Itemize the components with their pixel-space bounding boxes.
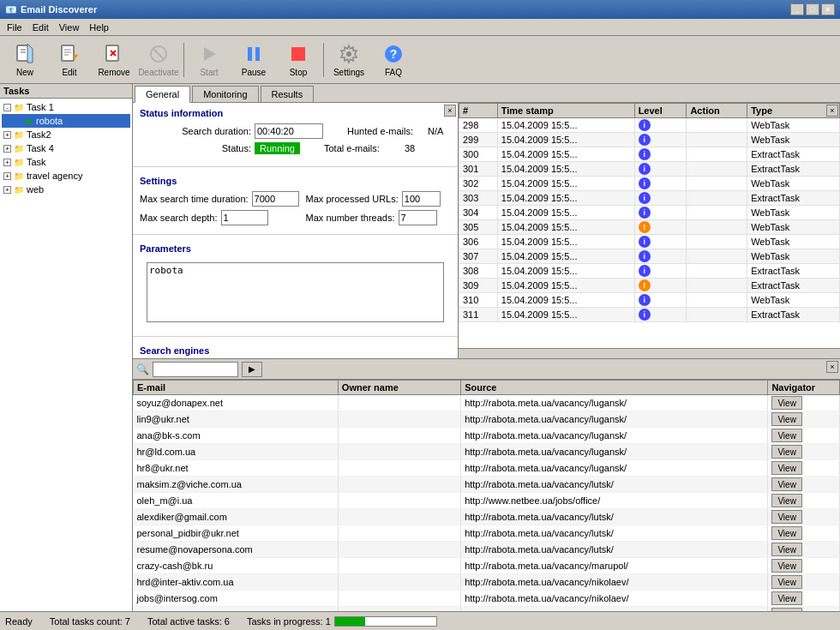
view-button[interactable]: View [771, 510, 802, 524]
app-icon: 📧 [5, 4, 17, 15]
log-cell-time: 15.04.2009 15:5... [497, 133, 634, 147]
deactivate-button[interactable]: Deactivate [137, 39, 180, 81]
status-total-tasks: Total tasks count: 7 [50, 616, 130, 627]
maximize-button[interactable]: □ [806, 3, 819, 15]
view-button[interactable]: View [771, 461, 802, 475]
title-bar-controls[interactable]: _ □ × [790, 3, 835, 15]
folder-icon-task: 📁 [13, 156, 25, 168]
start-button[interactable]: Start [188, 39, 231, 81]
log-cell-action [687, 308, 747, 322]
total-emails-label: Total e-mails: [324, 143, 401, 153]
svg-rect-14 [248, 47, 252, 61]
new-button[interactable]: New [3, 39, 46, 81]
tab-general[interactable]: General [135, 86, 190, 103]
progress-fill [335, 617, 365, 626]
faq-button[interactable]: ? FAQ [372, 39, 415, 81]
tab-results[interactable]: Results [261, 86, 315, 102]
log-hscroll[interactable] [459, 348, 840, 358]
email-panel: 🔍 ▶ × E-mail Owner name Source Navigator [133, 358, 840, 611]
settings-section-title: Settings [140, 176, 451, 186]
log-row: 301 15.04.2009 15:5... i ExtractTask [459, 162, 840, 177]
close-button[interactable]: × [821, 3, 835, 15]
log-cell-action [687, 293, 747, 308]
tab-monitoring[interactable]: Monitoring [192, 86, 258, 102]
tree-item-web[interactable]: + 📁 web [2, 183, 130, 196]
edit-icon [57, 42, 81, 66]
menu-view[interactable]: View [54, 21, 85, 34]
settings-button[interactable]: Settings [327, 39, 370, 81]
view-button[interactable]: View [771, 559, 802, 573]
tree-item-robota[interactable]: ■ robota [2, 114, 130, 128]
search-duration-input[interactable] [255, 123, 323, 139]
log-cell-time: 15.04.2009 15:5... [497, 264, 634, 279]
email-cell-email: oleh_m@i.ua [134, 493, 339, 509]
email-cell-owner [338, 493, 460, 509]
tree-item-task[interactable]: + 📁 Task [2, 155, 130, 169]
email-panel-close-button[interactable]: × [826, 361, 838, 373]
email-row: oleh_m@i.ua http://www.netbee.ua/jobs/of… [134, 493, 840, 509]
divider2 [133, 234, 458, 235]
tree-item-task4[interactable]: + 📁 Task 4 [2, 141, 130, 155]
toolbar-separator-1 [183, 43, 184, 77]
email-cell-email: hrd@inter-aktiv.com.ua [134, 574, 339, 591]
tree-item-task1[interactable]: - 📁 Task 1 [2, 100, 130, 114]
log-cell-type: ExtractTask [747, 191, 840, 206]
view-button[interactable]: View [771, 477, 802, 491]
menu-file[interactable]: File [2, 21, 27, 34]
tree-expand-web[interactable]: + [3, 186, 11, 194]
max-processed-urls-input[interactable] [402, 191, 441, 207]
email-cell-email: crazy-cash@bk.ru [134, 558, 339, 574]
log-cell-num: 303 [459, 191, 498, 206]
general-close-button[interactable]: × [444, 105, 456, 117]
view-button[interactable]: View [771, 445, 802, 459]
pause-button[interactable]: Pause [232, 39, 275, 81]
view-button[interactable]: View [771, 575, 802, 589]
view-button[interactable]: View [771, 396, 802, 410]
menu-edit[interactable]: Edit [27, 21, 54, 34]
tree-item-travel[interactable]: + 📁 travel agency [2, 169, 130, 183]
remove-button[interactable]: Remove [93, 39, 135, 81]
stop-button[interactable]: Stop [277, 39, 320, 81]
email-search-input[interactable] [153, 362, 238, 377]
log-cell-action [687, 191, 747, 206]
settings-icon [337, 42, 361, 66]
log-close-button[interactable]: × [826, 105, 838, 117]
settings-label: Settings [333, 68, 364, 77]
log-row: 311 15.04.2009 15:5... i ExtractTask [459, 308, 840, 322]
email-cell-email: maksim.z@viche.com.ua [134, 477, 339, 493]
folder-icon-task2: 📁 [13, 129, 25, 141]
view-button[interactable]: View [771, 429, 802, 442]
log-cell-level: i [634, 118, 687, 133]
tree-label-task2: Task2 [27, 129, 51, 140]
max-search-depth-input[interactable] [221, 210, 268, 225]
view-button[interactable]: View [771, 494, 802, 507]
search-duration-row: Search duration: Hunted e-mails: N/A [140, 123, 451, 139]
view-button[interactable]: View [771, 543, 802, 556]
email-col-nav: Navigator [768, 381, 840, 395]
email-search-go-button[interactable]: ▶ [242, 362, 262, 377]
parameters-textarea[interactable]: robota [147, 262, 444, 322]
log-scroll[interactable]: # Time stamp Level Action Type 298 15.04… [459, 103, 840, 348]
view-button[interactable]: View [771, 526, 802, 540]
tree-expand-task4[interactable]: + [3, 145, 11, 153]
max-threads-input[interactable] [399, 210, 437, 225]
log-cell-num: 310 [459, 293, 498, 308]
log-cell-type: WebTask [747, 235, 840, 249]
menu-help[interactable]: Help [84, 21, 114, 34]
edit-button[interactable]: Edit [48, 39, 91, 81]
view-button[interactable]: View [771, 608, 802, 611]
tree-expand-travel[interactable]: + [3, 172, 11, 180]
minimize-button[interactable]: _ [790, 3, 804, 15]
view-button[interactable]: View [771, 412, 802, 426]
view-button[interactable]: View [771, 591, 802, 605]
email-scroll[interactable]: E-mail Owner name Source Navigator soyuz… [133, 380, 840, 611]
email-row: ana@bk-s.com http://rabota.meta.ua/vacan… [134, 428, 840, 444]
log-cell-time: 15.04.2009 15:5... [497, 162, 634, 177]
max-search-time-input[interactable] [252, 191, 299, 207]
tree-item-task2[interactable]: + 📁 Task2 [2, 128, 130, 141]
tree-expand-task[interactable]: + [3, 159, 11, 166]
tree-expand-task2[interactable]: + [3, 131, 11, 139]
tree-expand-task1[interactable]: - [3, 104, 11, 111]
status-bar: Ready Total tasks count: 7 Total active … [0, 611, 840, 630]
general-panel: × Status information Search duration: Hu… [133, 103, 459, 358]
